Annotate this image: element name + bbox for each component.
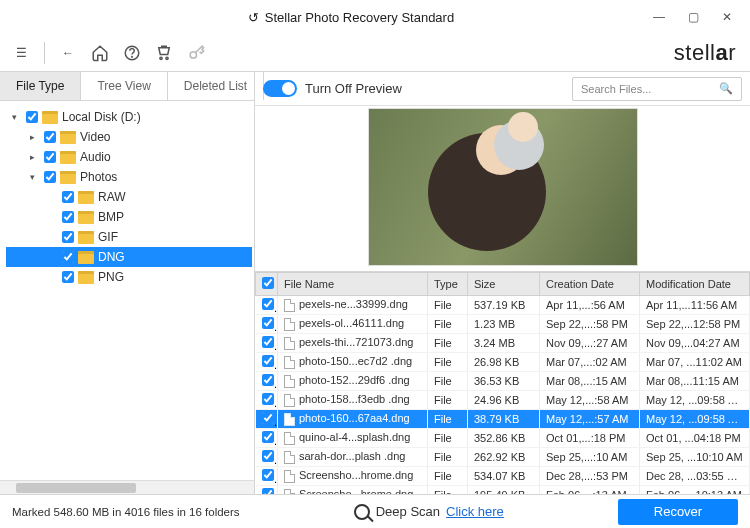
cell-creation: Nov 09,...:27 AM <box>540 334 640 353</box>
table-row[interactable]: photo-158...f3edb .dngFile24.96 KBMay 12… <box>256 391 750 410</box>
expand-icon[interactable]: ▾ <box>30 172 40 182</box>
cart-icon[interactable] <box>153 42 175 64</box>
cell-name: pexels-ne...33999.dng <box>278 296 428 315</box>
table-row[interactable]: pexels-ol...46111.dngFile1.23 MBSep 22,.… <box>256 315 750 334</box>
cell-size: 352.86 KB <box>468 429 540 448</box>
row-checkbox[interactable] <box>262 469 274 481</box>
table-row[interactable]: photo-152...29df6 .dngFile36.53 KBMar 08… <box>256 372 750 391</box>
reload-icon: ↺ <box>248 10 259 25</box>
cell-creation: Feb 06,...:13 AM <box>540 486 640 495</box>
file-icon <box>284 432 295 445</box>
row-checkbox[interactable] <box>262 412 274 424</box>
table-row[interactable]: Screensho...hrome.dngFile195.49 KBFeb 06… <box>256 486 750 495</box>
tree-item-bmp[interactable]: BMP <box>6 207 252 227</box>
tab-file-type[interactable]: File Type <box>0 72 81 100</box>
tree-checkbox[interactable] <box>62 211 74 223</box>
cell-type: File <box>428 315 468 334</box>
tab-tree-view[interactable]: Tree View <box>81 72 167 100</box>
search-input[interactable]: Search Files... 🔍 <box>572 77 742 101</box>
row-checkbox[interactable] <box>262 431 274 443</box>
cell-name: photo-152...29df6 .dng <box>278 372 428 391</box>
file-icon <box>284 489 295 494</box>
row-checkbox[interactable] <box>262 317 274 329</box>
minimize-button[interactable]: — <box>642 3 676 31</box>
select-all-checkbox[interactable] <box>262 277 274 289</box>
tree-item-gif[interactable]: GIF <box>6 227 252 247</box>
help-icon[interactable] <box>121 42 143 64</box>
header-filename[interactable]: File Name <box>278 273 428 296</box>
folder-icon <box>60 151 76 164</box>
menu-icon[interactable]: ☰ <box>10 42 32 64</box>
table-row[interactable]: sarah-dor...plash .dngFile262.92 KBSep 2… <box>256 448 750 467</box>
row-checkbox[interactable] <box>262 393 274 405</box>
tree-item-audio[interactable]: ▸Audio <box>6 147 252 167</box>
table-row[interactable]: photo-160...67aa4.dngFile38.79 KBMay 12,… <box>256 410 750 429</box>
cell-modification: Nov 09,...04:27 AM <box>640 334 750 353</box>
tree-checkbox[interactable] <box>44 171 56 183</box>
row-checkbox[interactable] <box>262 450 274 462</box>
svg-point-2 <box>160 57 162 59</box>
folder-icon <box>78 191 94 204</box>
key-icon[interactable] <box>185 42 207 64</box>
table-row[interactable]: pexels-ne...33999.dngFile537.19 KBApr 11… <box>256 296 750 315</box>
back-icon[interactable]: ← <box>57 42 79 64</box>
file-grid[interactable]: File Name Type Size Creation Date Modifi… <box>255 271 750 494</box>
table-row[interactable]: photo-150...ec7d2 .dngFile26.98 KBMar 07… <box>256 353 750 372</box>
search-icon: 🔍 <box>719 82 733 95</box>
preview-toggle[interactable]: Turn Off Preview <box>263 80 402 97</box>
tree-item-photos[interactable]: ▾Photos <box>6 167 252 187</box>
cell-modification: May 12, ...09:58 AM <box>640 410 750 429</box>
header-size[interactable]: Size <box>468 273 540 296</box>
row-checkbox[interactable] <box>262 336 274 348</box>
file-icon <box>284 337 295 350</box>
tree-item-png[interactable]: PNG <box>6 267 252 287</box>
file-icon <box>284 356 295 369</box>
cell-creation: Oct 01,...:18 PM <box>540 429 640 448</box>
table-row[interactable]: pexels-thi...721073.dngFile3.24 MBNov 09… <box>256 334 750 353</box>
header-check[interactable] <box>256 273 278 296</box>
tree-item-raw[interactable]: RAW <box>6 187 252 207</box>
row-checkbox[interactable] <box>262 355 274 367</box>
tree-checkbox[interactable] <box>44 151 56 163</box>
cell-name: pexels-ol...46111.dng <box>278 315 428 334</box>
toggle-switch-icon[interactable] <box>263 80 297 97</box>
row-checkbox[interactable] <box>262 374 274 386</box>
table-row[interactable]: quino-al-4...splash.dngFile352.86 KBOct … <box>256 429 750 448</box>
tree-item-video[interactable]: ▸Video <box>6 127 252 147</box>
row-checkbox[interactable] <box>262 488 274 494</box>
status-text: Marked 548.60 MB in 4016 files in 16 fol… <box>12 506 240 518</box>
file-icon <box>284 375 295 388</box>
close-button[interactable]: ✕ <box>710 3 744 31</box>
tree-label: Video <box>80 130 110 144</box>
tree-checkbox[interactable] <box>62 231 74 243</box>
home-icon[interactable] <box>89 42 111 64</box>
deep-scan-link[interactable]: Click here <box>446 504 504 519</box>
cell-type: File <box>428 486 468 495</box>
tree-checkbox[interactable] <box>26 111 38 123</box>
header-creation[interactable]: Creation Date <box>540 273 640 296</box>
tree-checkbox[interactable] <box>62 191 74 203</box>
tree-checkbox[interactable] <box>62 251 74 263</box>
table-header-row: File Name Type Size Creation Date Modifi… <box>256 273 750 296</box>
file-icon <box>284 394 295 407</box>
tree-item-local-disk-d-[interactable]: ▾Local Disk (D:) <box>6 107 252 127</box>
expand-icon[interactable]: ▸ <box>30 152 40 162</box>
row-checkbox[interactable] <box>262 298 274 310</box>
tree-checkbox[interactable] <box>62 271 74 283</box>
preview-area <box>255 106 750 271</box>
header-type[interactable]: Type <box>428 273 468 296</box>
cell-creation: Mar 08,...:15 AM <box>540 372 640 391</box>
header-modification[interactable]: Modification Date <box>640 273 750 296</box>
maximize-button[interactable]: ▢ <box>676 3 710 31</box>
expand-icon[interactable]: ▸ <box>30 132 40 142</box>
tree-checkbox[interactable] <box>44 131 56 143</box>
sidebar-scrollbar[interactable] <box>0 480 254 494</box>
expand-icon[interactable]: ▾ <box>12 112 22 122</box>
tree-item-dng[interactable]: DNG <box>6 247 252 267</box>
tab-deleted-list[interactable]: Deleted List <box>168 72 264 100</box>
cell-creation: Mar 07,...:02 AM <box>540 353 640 372</box>
recover-button[interactable]: Recover <box>618 499 738 525</box>
table-row[interactable]: Screensho...hrome.dngFile534.07 KBDec 28… <box>256 467 750 486</box>
cell-size: 534.07 KB <box>468 467 540 486</box>
cell-modification: May 12, ...09:58 AM <box>640 391 750 410</box>
